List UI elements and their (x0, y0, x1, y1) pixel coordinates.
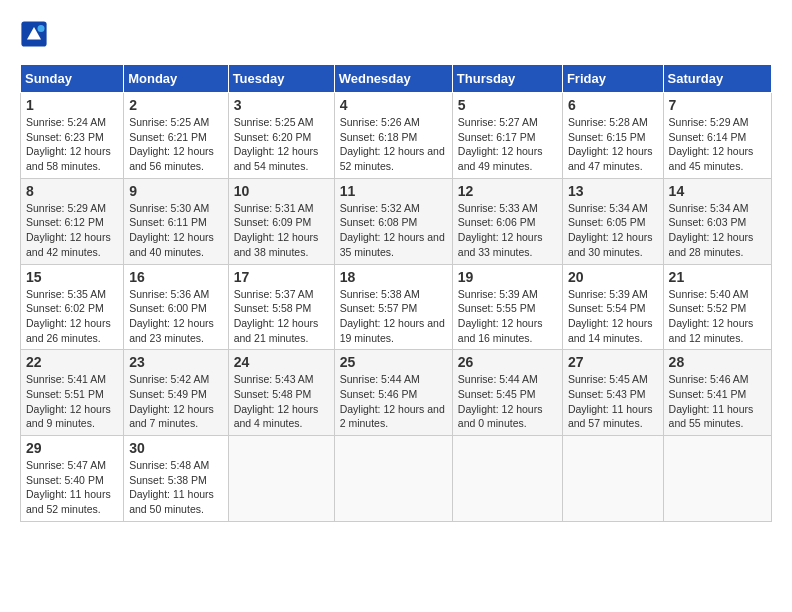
calendar-cell: 29 Sunrise: 5:47 AM Sunset: 5:40 PM Dayl… (21, 436, 124, 522)
header-cell-friday: Friday (562, 65, 663, 93)
calendar-cell: 6 Sunrise: 5:28 AM Sunset: 6:15 PM Dayli… (562, 93, 663, 179)
calendar-cell (334, 436, 452, 522)
day-info: Sunrise: 5:42 AM Sunset: 5:49 PM Dayligh… (129, 372, 222, 431)
calendar-cell (452, 436, 562, 522)
calendar-cell: 20 Sunrise: 5:39 AM Sunset: 5:54 PM Dayl… (562, 264, 663, 350)
day-number: 28 (669, 354, 766, 370)
calendar-cell: 21 Sunrise: 5:40 AM Sunset: 5:52 PM Dayl… (663, 264, 771, 350)
day-info: Sunrise: 5:29 AM Sunset: 6:12 PM Dayligh… (26, 201, 118, 260)
day-info: Sunrise: 5:28 AM Sunset: 6:15 PM Dayligh… (568, 115, 658, 174)
day-number: 7 (669, 97, 766, 113)
day-info: Sunrise: 5:45 AM Sunset: 5:43 PM Dayligh… (568, 372, 658, 431)
calendar-cell: 5 Sunrise: 5:27 AM Sunset: 6:17 PM Dayli… (452, 93, 562, 179)
day-number: 15 (26, 269, 118, 285)
day-number: 8 (26, 183, 118, 199)
day-info: Sunrise: 5:34 AM Sunset: 6:05 PM Dayligh… (568, 201, 658, 260)
day-info: Sunrise: 5:25 AM Sunset: 6:21 PM Dayligh… (129, 115, 222, 174)
day-info: Sunrise: 5:37 AM Sunset: 5:58 PM Dayligh… (234, 287, 329, 346)
calendar-cell: 23 Sunrise: 5:42 AM Sunset: 5:49 PM Dayl… (124, 350, 228, 436)
calendar-cell: 2 Sunrise: 5:25 AM Sunset: 6:21 PM Dayli… (124, 93, 228, 179)
day-number: 13 (568, 183, 658, 199)
day-number: 27 (568, 354, 658, 370)
calendar-cell: 8 Sunrise: 5:29 AM Sunset: 6:12 PM Dayli… (21, 178, 124, 264)
calendar-cell: 12 Sunrise: 5:33 AM Sunset: 6:06 PM Dayl… (452, 178, 562, 264)
day-info: Sunrise: 5:44 AM Sunset: 5:45 PM Dayligh… (458, 372, 557, 431)
calendar-cell: 16 Sunrise: 5:36 AM Sunset: 6:00 PM Dayl… (124, 264, 228, 350)
week-row-4: 22 Sunrise: 5:41 AM Sunset: 5:51 PM Dayl… (21, 350, 772, 436)
day-info: Sunrise: 5:34 AM Sunset: 6:03 PM Dayligh… (669, 201, 766, 260)
header-row: SundayMondayTuesdayWednesdayThursdayFrid… (21, 65, 772, 93)
day-number: 22 (26, 354, 118, 370)
day-info: Sunrise: 5:24 AM Sunset: 6:23 PM Dayligh… (26, 115, 118, 174)
page-header (20, 20, 772, 48)
day-info: Sunrise: 5:38 AM Sunset: 5:57 PM Dayligh… (340, 287, 447, 346)
calendar-cell: 27 Sunrise: 5:45 AM Sunset: 5:43 PM Dayl… (562, 350, 663, 436)
day-info: Sunrise: 5:29 AM Sunset: 6:14 PM Dayligh… (669, 115, 766, 174)
header-cell-monday: Monday (124, 65, 228, 93)
day-number: 20 (568, 269, 658, 285)
day-info: Sunrise: 5:39 AM Sunset: 5:54 PM Dayligh… (568, 287, 658, 346)
calendar-cell: 4 Sunrise: 5:26 AM Sunset: 6:18 PM Dayli… (334, 93, 452, 179)
day-info: Sunrise: 5:44 AM Sunset: 5:46 PM Dayligh… (340, 372, 447, 431)
calendar-cell: 13 Sunrise: 5:34 AM Sunset: 6:05 PM Dayl… (562, 178, 663, 264)
day-number: 17 (234, 269, 329, 285)
day-number: 23 (129, 354, 222, 370)
week-row-3: 15 Sunrise: 5:35 AM Sunset: 6:02 PM Dayl… (21, 264, 772, 350)
day-info: Sunrise: 5:30 AM Sunset: 6:11 PM Dayligh… (129, 201, 222, 260)
header-cell-saturday: Saturday (663, 65, 771, 93)
day-number: 14 (669, 183, 766, 199)
day-info: Sunrise: 5:35 AM Sunset: 6:02 PM Dayligh… (26, 287, 118, 346)
week-row-1: 1 Sunrise: 5:24 AM Sunset: 6:23 PM Dayli… (21, 93, 772, 179)
day-number: 29 (26, 440, 118, 456)
day-info: Sunrise: 5:41 AM Sunset: 5:51 PM Dayligh… (26, 372, 118, 431)
day-number: 4 (340, 97, 447, 113)
day-info: Sunrise: 5:47 AM Sunset: 5:40 PM Dayligh… (26, 458, 118, 517)
calendar-cell: 10 Sunrise: 5:31 AM Sunset: 6:09 PM Dayl… (228, 178, 334, 264)
day-info: Sunrise: 5:36 AM Sunset: 6:00 PM Dayligh… (129, 287, 222, 346)
calendar-cell (562, 436, 663, 522)
calendar-cell (228, 436, 334, 522)
calendar-cell (663, 436, 771, 522)
week-row-5: 29 Sunrise: 5:47 AM Sunset: 5:40 PM Dayl… (21, 436, 772, 522)
calendar-cell: 19 Sunrise: 5:39 AM Sunset: 5:55 PM Dayl… (452, 264, 562, 350)
day-number: 10 (234, 183, 329, 199)
calendar-cell: 3 Sunrise: 5:25 AM Sunset: 6:20 PM Dayli… (228, 93, 334, 179)
day-info: Sunrise: 5:46 AM Sunset: 5:41 PM Dayligh… (669, 372, 766, 431)
day-number: 5 (458, 97, 557, 113)
day-info: Sunrise: 5:33 AM Sunset: 6:06 PM Dayligh… (458, 201, 557, 260)
day-info: Sunrise: 5:43 AM Sunset: 5:48 PM Dayligh… (234, 372, 329, 431)
day-number: 16 (129, 269, 222, 285)
day-number: 9 (129, 183, 222, 199)
day-number: 1 (26, 97, 118, 113)
svg-point-2 (38, 25, 45, 32)
day-info: Sunrise: 5:48 AM Sunset: 5:38 PM Dayligh… (129, 458, 222, 517)
calendar-cell: 14 Sunrise: 5:34 AM Sunset: 6:03 PM Dayl… (663, 178, 771, 264)
header-cell-tuesday: Tuesday (228, 65, 334, 93)
day-number: 3 (234, 97, 329, 113)
calendar-cell: 1 Sunrise: 5:24 AM Sunset: 6:23 PM Dayli… (21, 93, 124, 179)
day-number: 2 (129, 97, 222, 113)
logo-icon (20, 20, 48, 48)
calendar-cell: 11 Sunrise: 5:32 AM Sunset: 6:08 PM Dayl… (334, 178, 452, 264)
header-cell-thursday: Thursday (452, 65, 562, 93)
day-number: 26 (458, 354, 557, 370)
calendar-cell: 9 Sunrise: 5:30 AM Sunset: 6:11 PM Dayli… (124, 178, 228, 264)
calendar-cell: 30 Sunrise: 5:48 AM Sunset: 5:38 PM Dayl… (124, 436, 228, 522)
day-info: Sunrise: 5:27 AM Sunset: 6:17 PM Dayligh… (458, 115, 557, 174)
day-info: Sunrise: 5:31 AM Sunset: 6:09 PM Dayligh… (234, 201, 329, 260)
header-cell-wednesday: Wednesday (334, 65, 452, 93)
day-number: 30 (129, 440, 222, 456)
calendar-cell: 26 Sunrise: 5:44 AM Sunset: 5:45 PM Dayl… (452, 350, 562, 436)
calendar-cell: 28 Sunrise: 5:46 AM Sunset: 5:41 PM Dayl… (663, 350, 771, 436)
calendar-cell: 17 Sunrise: 5:37 AM Sunset: 5:58 PM Dayl… (228, 264, 334, 350)
day-number: 19 (458, 269, 557, 285)
calendar-table: SundayMondayTuesdayWednesdayThursdayFrid… (20, 64, 772, 522)
day-number: 18 (340, 269, 447, 285)
day-number: 6 (568, 97, 658, 113)
day-info: Sunrise: 5:40 AM Sunset: 5:52 PM Dayligh… (669, 287, 766, 346)
day-info: Sunrise: 5:39 AM Sunset: 5:55 PM Dayligh… (458, 287, 557, 346)
day-number: 11 (340, 183, 447, 199)
header-cell-sunday: Sunday (21, 65, 124, 93)
logo (20, 20, 52, 48)
calendar-cell: 24 Sunrise: 5:43 AM Sunset: 5:48 PM Dayl… (228, 350, 334, 436)
